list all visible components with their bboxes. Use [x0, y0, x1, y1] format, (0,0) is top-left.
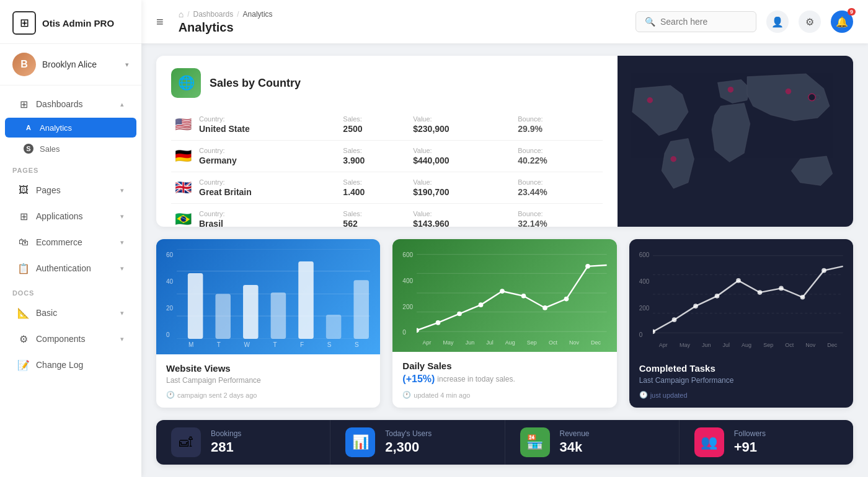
- sidebar-item-sales[interactable]: S Sales: [5, 139, 136, 159]
- x-label-m: M: [188, 341, 193, 348]
- x-aug: Aug: [505, 339, 515, 346]
- svg-point-40: [715, 294, 720, 299]
- clock-icon-2: 🕐: [402, 391, 411, 399]
- stat-icon: 📊: [345, 427, 375, 457]
- stat-item: 📊 Today's Users 2,300: [330, 420, 505, 465]
- tasks-meta-text: just updated: [650, 392, 688, 399]
- website-views-title: Website Views: [166, 363, 370, 374]
- settings-button[interactable]: ⚙: [799, 11, 821, 33]
- chevron-down-icon: ▾: [120, 309, 124, 317]
- x-label-t1: T: [217, 341, 221, 348]
- svg-point-45: [822, 268, 826, 273]
- breadcrumb-sep-1: /: [187, 10, 189, 19]
- svg-rect-14: [271, 293, 286, 339]
- stat-label: Followers: [734, 429, 766, 438]
- menu-button[interactable]: ≡: [156, 15, 164, 29]
- y-label-0: 0: [166, 331, 173, 338]
- stat-value: 34k: [560, 439, 590, 455]
- page-content: 🌐 Sales by Country 🇺🇸 Country: United St…: [141, 43, 868, 477]
- svg-point-2: [671, 156, 677, 162]
- svg-point-1: [647, 97, 653, 103]
- y-label-200: 200: [402, 304, 413, 310]
- svg-point-25: [457, 312, 462, 317]
- user-profile[interactable]: B Brooklyn Alice ▾: [0, 44, 141, 85]
- x-labels-daily: Apr May Jun Jul Aug Sep Oct Nov Dec: [417, 337, 607, 347]
- breadcrumb-analytics: Analytics: [243, 10, 273, 19]
- x-nov: Nov: [569, 339, 579, 346]
- x-nov-t: Nov: [805, 342, 815, 348]
- sidebar-item-pages[interactable]: 🖼 Pages ▾: [5, 178, 136, 203]
- grid-icon: ⊞: [17, 98, 30, 110]
- svg-point-23: [417, 328, 419, 333]
- stat-value: +91: [734, 439, 766, 455]
- pages-label: Pages: [36, 185, 114, 195]
- search-box[interactable]: 🔍: [636, 11, 756, 32]
- x-label-w: W: [244, 341, 249, 348]
- sidebar-item-changelog[interactable]: 📝 Change Log: [5, 352, 136, 377]
- sidebar-item-dashboards[interactable]: ⊞ Dashboards ▴: [5, 92, 136, 116]
- x-oct: Oct: [549, 339, 557, 346]
- x-jul-t: Jul: [723, 342, 730, 348]
- daily-sales-info: Daily Sales (+15%) increase in today sal…: [392, 352, 616, 408]
- daily-sales-highlight: (+15%): [402, 374, 435, 385]
- y-label-40: 40: [166, 278, 173, 285]
- globe-icon: 🌐: [171, 68, 201, 98]
- dashboards-label: Dashboards: [36, 99, 114, 109]
- website-views-chart: 60 40 20 0: [156, 239, 380, 354]
- world-map-section: [618, 56, 853, 227]
- sidebar-item-components[interactable]: ⚙ Components ▾: [5, 326, 136, 351]
- website-views-card: 60 40 20 0: [156, 239, 380, 408]
- stat-item: 🏪 Revenue 34k: [505, 420, 680, 465]
- y-label-400: 400: [402, 278, 413, 284]
- notifications-button[interactable]: 🔔 9: [831, 11, 853, 33]
- sidebar-item-authentication[interactable]: 📋 Authentication ▾: [5, 256, 136, 281]
- avatar: B: [12, 53, 36, 76]
- card-header: 🌐 Sales by Country: [171, 68, 603, 98]
- daily-sales-card: 600 400 200 0: [392, 239, 616, 408]
- search-input[interactable]: [660, 17, 747, 27]
- stat-icon: 🛋: [171, 427, 201, 457]
- sales-table-section: 🌐 Sales by Country 🇺🇸 Country: United St…: [156, 56, 618, 227]
- stat-info: Bookings 281: [211, 429, 241, 455]
- y-label-600: 600: [402, 252, 413, 258]
- x-label-s2: S: [355, 341, 359, 348]
- completed-tasks-chart: 600 400 200 0: [629, 239, 853, 354]
- chevron-down-icon: ▾: [120, 335, 124, 343]
- auth-icon: 📋: [17, 262, 30, 274]
- completed-tasks-info: Completed Tasks Last Campaign Performanc…: [629, 354, 853, 408]
- svg-rect-15: [298, 262, 314, 339]
- svg-point-41: [736, 279, 741, 284]
- sales-label: Sales: [40, 144, 60, 154]
- website-views-subtitle: Last Campaign Performance: [166, 376, 370, 385]
- stat-icon: 🏪: [520, 427, 550, 457]
- stat-info: Today's Users 2,300: [385, 429, 432, 455]
- sidebar-item-basic[interactable]: 📐 Basic ▾: [5, 300, 136, 325]
- x-apr-t: Apr: [659, 342, 668, 348]
- stat-value: 281: [211, 439, 241, 455]
- svg-point-0: [815, 95, 820, 100]
- svg-point-27: [500, 289, 505, 294]
- pages-icon: 🖼: [17, 184, 30, 196]
- x-label-t2: T: [273, 341, 277, 348]
- changelog-label: Change Log: [36, 360, 124, 370]
- ecommerce-label: Ecommerce: [36, 237, 114, 247]
- sidebar-item-applications[interactable]: ⊞ Applications ▾: [5, 204, 136, 229]
- line-chart-tasks-svg: [653, 249, 843, 339]
- x-label-f: F: [300, 341, 304, 348]
- svg-point-29: [542, 306, 547, 311]
- x-labels-website: M T W T F S S: [177, 339, 370, 349]
- sidebar-item-analytics[interactable]: A Analytics: [5, 118, 136, 138]
- app-name: Otis Admin PRO: [42, 18, 114, 28]
- sidebar-item-ecommerce[interactable]: 🛍 Ecommerce ▾: [5, 230, 136, 255]
- website-views-meta: 🕐 campaign sent 2 days ago: [166, 391, 370, 399]
- svg-rect-12: [216, 294, 231, 339]
- x-labels-tasks: Apr May Jun Jul Aug Sep Oct Nov Dec: [653, 339, 843, 349]
- website-views-info: Website Views Last Campaign Performance …: [156, 354, 380, 408]
- breadcrumb-dashboards[interactable]: Dashboards: [193, 10, 233, 19]
- y-label-200t: 200: [639, 305, 650, 312]
- x-label-s1: S: [327, 341, 332, 348]
- home-icon: ⌂: [179, 9, 184, 19]
- user-icon-button[interactable]: 👤: [766, 11, 789, 33]
- table-row: 🇺🇸 Country: United State Sales: 2500 Val…: [171, 109, 603, 141]
- page-header: ≡ ⌂ / Dashboards / Analytics Analytics 🔍…: [141, 0, 868, 43]
